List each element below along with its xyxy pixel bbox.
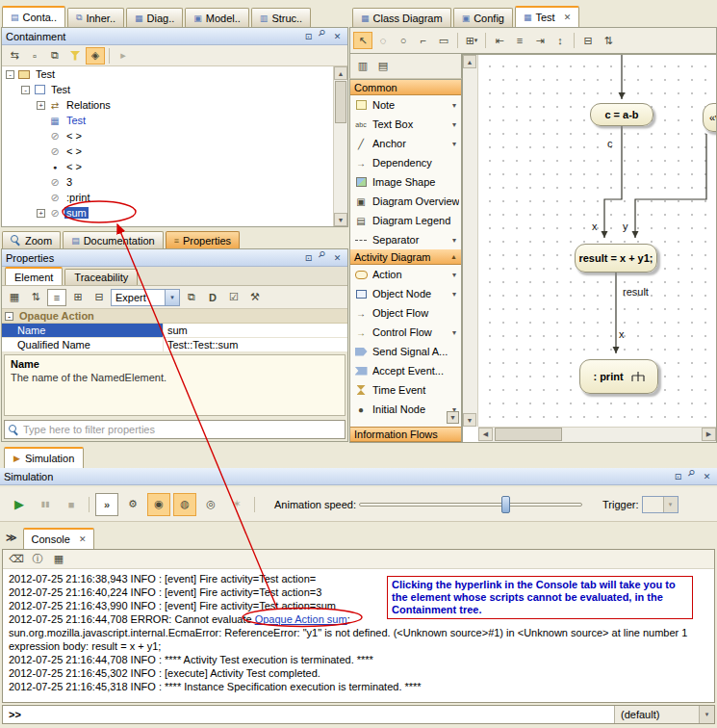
- tree-row[interactable]: ⊘< >: [2, 143, 347, 159]
- pin-label-y[interactable]: y: [623, 221, 628, 232]
- filter-properties-input[interactable]: [23, 424, 341, 435]
- value-specification-node[interactable]: «valueS: [703, 103, 717, 132]
- scroll-left-icon[interactable]: ◀: [478, 428, 493, 441]
- palette-item-initial-node[interactable]: ●Initial Node▾: [350, 400, 461, 419]
- copy-value-button[interactable]: ⧉: [182, 289, 201, 306]
- palette-item-object-node[interactable]: Object Node▾: [350, 284, 461, 303]
- tab-properties[interactable]: ≡Properties: [166, 231, 240, 248]
- info-button[interactable]: ⓘ: [28, 551, 47, 568]
- scroll-thumb[interactable]: [495, 428, 562, 441]
- expand-all-button[interactable]: ⊞: [68, 289, 88, 306]
- path-tool-button[interactable]: ⌐: [414, 32, 433, 49]
- columns-button[interactable]: ▦: [49, 551, 68, 568]
- close-icon[interactable]: ✕: [701, 470, 713, 482]
- palette-item-time-event[interactable]: Time Event: [350, 380, 461, 400]
- tree-row[interactable]: +⇄Relations: [2, 97, 347, 113]
- match-size-button[interactable]: ⊟: [578, 32, 598, 49]
- spread-button[interactable]: ⇅: [599, 32, 618, 49]
- default-value-button[interactable]: D: [203, 289, 222, 306]
- palette-item-note[interactable]: Note▾: [350, 95, 461, 115]
- palette-item-anchor[interactable]: ╱Anchor▾: [350, 134, 461, 153]
- check-button[interactable]: ☑: [224, 289, 243, 306]
- tree-row[interactable]: ⊘< >: [2, 128, 347, 143]
- tab-console[interactable]: Console✕: [23, 528, 95, 549]
- web-ui-button[interactable]: ◎: [199, 493, 222, 516]
- property-row-name[interactable]: Name sum: [2, 324, 347, 338]
- canvas-grid[interactable]: c = a-b «valueS result = x + y1; : print…: [478, 55, 716, 427]
- horizontal-swimlane-button[interactable]: ▤: [373, 58, 393, 75]
- distribute-button[interactable]: ↕: [551, 32, 570, 49]
- diagram-canvas[interactable]: ▲ ▼ c = a-b «valueS result = x + y1; : p…: [462, 54, 717, 443]
- close-icon[interactable]: ✕: [564, 13, 572, 22]
- tree-row-sum[interactable]: +⊘sum: [2, 205, 347, 221]
- pin-label-x2[interactable]: x: [619, 328, 625, 340]
- chevron-down-icon[interactable]: ▾: [449, 290, 459, 299]
- select-in-diagram-button[interactable]: ▫: [25, 47, 44, 65]
- scroll-down-icon[interactable]: ▼: [334, 213, 347, 226]
- palette-scroll-down-icon[interactable]: ▼: [447, 411, 459, 424]
- tab-diagrams[interactable]: ▦Diag..: [126, 8, 183, 27]
- chevron-down-icon[interactable]: ▾: [449, 140, 459, 148]
- list-view-button[interactable]: ≡: [47, 289, 66, 306]
- step-button[interactable]: »: [95, 493, 118, 516]
- pin-icon[interactable]: ⚲: [314, 27, 331, 44]
- property-section-header[interactable]: -Opaque Action: [2, 309, 347, 324]
- tab-test[interactable]: ▦Test✕: [515, 6, 579, 27]
- layout-tree-button[interactable]: ⊞▾: [462, 32, 481, 49]
- collapse-all-button[interactable]: ⊟: [90, 289, 109, 306]
- tree-row[interactable]: -Test: [2, 82, 347, 97]
- canvas-vertical-scrollbar[interactable]: ▲ ▼: [463, 55, 478, 427]
- edge-label-result[interactable]: result: [623, 286, 649, 298]
- pin-icon[interactable]: ⚲: [314, 248, 331, 266]
- palette-item-diagram-overview[interactable]: ▣Diagram Overview: [350, 192, 461, 211]
- tree-row[interactable]: ●< >: [2, 159, 347, 174]
- tree-row[interactable]: ▦Test: [2, 113, 347, 128]
- chevron-down-icon[interactable]: ▾: [449, 101, 459, 110]
- float-icon[interactable]: ⊡: [302, 251, 315, 264]
- filter-properties-field[interactable]: [4, 420, 346, 439]
- session-select[interactable]: (default)▾: [614, 706, 714, 723]
- console-collapse-icon[interactable]: ≫: [6, 532, 17, 544]
- trigger-select[interactable]: ▾: [642, 496, 679, 513]
- align-right-button[interactable]: ⇥: [530, 32, 550, 49]
- scroll-up-icon[interactable]: ▲: [463, 55, 476, 68]
- close-icon[interactable]: ✕: [79, 534, 87, 544]
- oval-tool-button[interactable]: ○: [394, 32, 413, 49]
- highlight-button[interactable]: ◈: [86, 47, 105, 65]
- slider-handle[interactable]: [501, 496, 510, 513]
- palette-item-send-signal[interactable]: Send Signal A...: [350, 342, 461, 361]
- pointer-tool-button[interactable]: ↖: [353, 32, 372, 49]
- expand-icon[interactable]: +: [37, 209, 45, 218]
- palette-item-image-shape[interactable]: Image Shape: [350, 172, 461, 192]
- close-icon[interactable]: ✕: [331, 30, 344, 42]
- tab-structure[interactable]: ▥Struc..: [251, 8, 311, 27]
- console-input-row[interactable]: >> (default)▾: [2, 705, 715, 724]
- scroll-thumb[interactable]: [335, 81, 346, 123]
- align-center-button[interactable]: ≡: [510, 32, 529, 49]
- tree-row[interactable]: ⊘3: [2, 174, 347, 190]
- slider-track[interactable]: [359, 503, 582, 507]
- play-button[interactable]: ▶: [8, 493, 31, 516]
- canvas-horizontal-scrollbar[interactable]: ◀ ▶: [478, 427, 716, 442]
- tree-row[interactable]: ⊘:print: [2, 190, 347, 205]
- property-row-qualified-name[interactable]: Qualified Name Test::Test::sum: [2, 338, 347, 352]
- palette-scroll-up-icon[interactable]: ▲: [450, 253, 457, 260]
- chevron-down-icon[interactable]: ▾: [449, 236, 459, 245]
- chevron-down-icon[interactable]: ▾: [449, 120, 459, 129]
- scroll-down-icon[interactable]: ▼: [463, 413, 476, 427]
- palette-item-text-box[interactable]: abcText Box▾: [350, 115, 461, 134]
- tab-containment[interactable]: ▤Conta..: [2, 6, 65, 27]
- tab-zoom[interactable]: Zoom: [2, 231, 61, 248]
- tab-class-diagram[interactable]: ▦Class Diagram: [352, 8, 451, 27]
- scroll-right-icon[interactable]: ▶: [702, 428, 716, 441]
- palette-section-activity-diagram[interactable]: Activity Diagram▲: [350, 249, 461, 265]
- chevron-down-icon[interactable]: ▾: [449, 328, 459, 337]
- palette-item-action[interactable]: Action▾: [350, 265, 461, 284]
- pin-icon[interactable]: ⚲: [683, 467, 701, 484]
- collapse-icon[interactable]: -: [5, 312, 13, 321]
- scroll-up-icon[interactable]: ▲: [334, 66, 347, 80]
- palette-item-accept-event[interactable]: Accept Event...: [350, 361, 461, 380]
- vertical-swimlane-button[interactable]: ▥: [353, 58, 372, 75]
- palette-item-object-flow[interactable]: →Object Flow: [350, 303, 461, 323]
- tree-row[interactable]: -Test: [2, 66, 347, 82]
